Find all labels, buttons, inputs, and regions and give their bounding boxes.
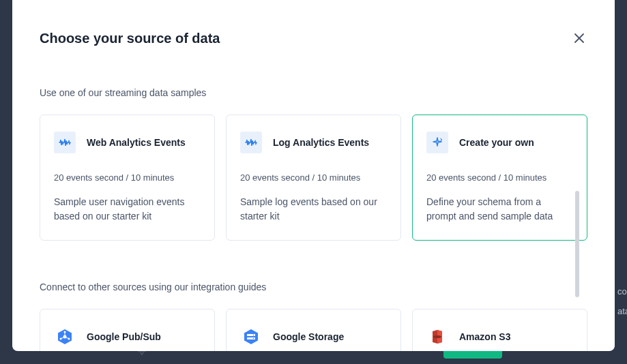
gcs-icon bbox=[240, 326, 262, 348]
integration-title: Google Storage bbox=[273, 331, 344, 342]
s3-icon bbox=[426, 326, 448, 348]
integrations-section-subtitle: Connect to other sources using our integ… bbox=[40, 282, 587, 292]
sample-card-log-analytics[interactable]: Log Analytics Events 20 events second / … bbox=[226, 115, 401, 241]
sample-card-meta: 20 events second / 10 minutes bbox=[240, 172, 387, 183]
sample-card-web-analytics[interactable]: Web Analytics Events 20 events second / … bbox=[40, 115, 215, 241]
sample-card-desc: Define your schema from a prompt and sen… bbox=[426, 195, 573, 224]
modal-title: Choose your source of data bbox=[40, 31, 220, 46]
svg-point-4 bbox=[63, 335, 67, 339]
integration-card-gcs[interactable]: Google Storage bbox=[226, 309, 401, 351]
modal-scroll-area[interactable]: Use one of our streaming data samples We… bbox=[40, 87, 587, 351]
svg-point-14 bbox=[253, 335, 254, 336]
integration-title: Google Pub/Sub bbox=[87, 331, 161, 342]
sample-card-create-own[interactable]: Create your own 20 events second / 10 mi… bbox=[412, 115, 587, 241]
pubsub-icon bbox=[54, 326, 76, 348]
sample-card-desc: Sample user navigation events based on o… bbox=[54, 195, 201, 224]
integrations-grid: Google Pub/Sub Google Storage bbox=[40, 309, 587, 351]
close-button[interactable] bbox=[571, 30, 587, 46]
waveform-icon bbox=[240, 132, 262, 153]
integration-card-s3[interactable]: Amazon S3 bbox=[412, 309, 587, 351]
sparkle-icon bbox=[426, 132, 448, 153]
backdrop-text-fragment: co ata bbox=[617, 286, 627, 316]
samples-grid: Web Analytics Events 20 events second / … bbox=[40, 115, 587, 241]
sample-card-meta: 20 events second / 10 minutes bbox=[426, 172, 573, 183]
modal-header: Choose your source of data bbox=[40, 30, 587, 46]
svg-point-16 bbox=[433, 335, 441, 338]
scrollbar[interactable] bbox=[575, 191, 579, 297]
samples-section-subtitle: Use one of our streaming data samples bbox=[40, 87, 587, 98]
close-icon bbox=[574, 33, 584, 43]
svg-marker-11 bbox=[244, 329, 258, 344]
integration-title: Amazon S3 bbox=[459, 331, 510, 342]
waveform-icon bbox=[54, 132, 76, 153]
sample-card-meta: 20 events second / 10 minutes bbox=[54, 172, 201, 183]
sample-card-title: Log Analytics Events bbox=[273, 137, 369, 148]
sample-card-desc: Sample log events based on our starter k… bbox=[240, 195, 387, 224]
integration-card-pubsub[interactable]: Google Pub/Sub bbox=[40, 309, 215, 351]
sample-card-title: Web Analytics Events bbox=[87, 137, 186, 148]
data-source-modal: Choose your source of data Use one of ou… bbox=[12, 0, 615, 351]
sample-card-title: Create your own bbox=[459, 137, 534, 148]
svg-point-15 bbox=[253, 338, 254, 339]
